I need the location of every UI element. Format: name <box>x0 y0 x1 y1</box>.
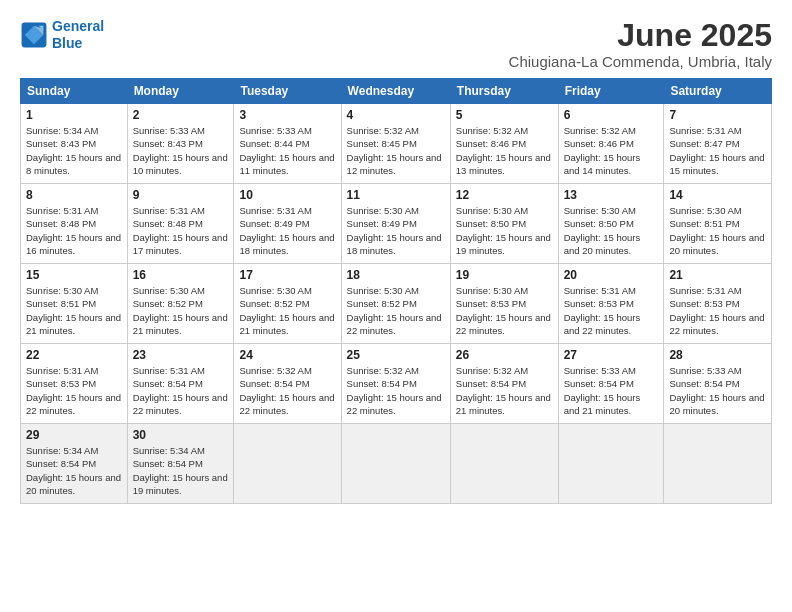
day-info: Sunrise: 5:32 AMSunset: 8:45 PMDaylight:… <box>347 124 445 177</box>
week-row: 8Sunrise: 5:31 AMSunset: 8:48 PMDaylight… <box>21 184 772 264</box>
day-number: 24 <box>239 348 335 362</box>
day-number: 8 <box>26 188 122 202</box>
day-number: 9 <box>133 188 229 202</box>
day-number: 11 <box>347 188 445 202</box>
day-info: Sunrise: 5:30 AMSunset: 8:50 PMDaylight:… <box>564 204 659 257</box>
day-info: Sunrise: 5:31 AMSunset: 8:54 PMDaylight:… <box>133 364 229 417</box>
day-number: 25 <box>347 348 445 362</box>
table-row: 24Sunrise: 5:32 AMSunset: 8:54 PMDayligh… <box>234 344 341 424</box>
day-number: 19 <box>456 268 553 282</box>
header: General Blue June 2025 Chiugiana-La Comm… <box>20 18 772 70</box>
day-number: 1 <box>26 108 122 122</box>
col-monday: Monday <box>127 79 234 104</box>
day-info: Sunrise: 5:34 AMSunset: 8:43 PMDaylight:… <box>26 124 122 177</box>
day-number: 3 <box>239 108 335 122</box>
day-info: Sunrise: 5:30 AMSunset: 8:51 PMDaylight:… <box>26 284 122 337</box>
table-row: 9Sunrise: 5:31 AMSunset: 8:48 PMDaylight… <box>127 184 234 264</box>
day-info: Sunrise: 5:33 AMSunset: 8:54 PMDaylight:… <box>564 364 659 417</box>
day-info: Sunrise: 5:30 AMSunset: 8:53 PMDaylight:… <box>456 284 553 337</box>
day-number: 14 <box>669 188 766 202</box>
table-row: 28Sunrise: 5:33 AMSunset: 8:54 PMDayligh… <box>664 344 772 424</box>
table-row <box>664 424 772 504</box>
day-info: Sunrise: 5:34 AMSunset: 8:54 PMDaylight:… <box>26 444 122 497</box>
day-number: 5 <box>456 108 553 122</box>
calendar-page: General Blue June 2025 Chiugiana-La Comm… <box>0 0 792 612</box>
day-number: 30 <box>133 428 229 442</box>
table-row: 29Sunrise: 5:34 AMSunset: 8:54 PMDayligh… <box>21 424 128 504</box>
day-number: 22 <box>26 348 122 362</box>
calendar-subtitle: Chiugiana-La Commenda, Umbria, Italy <box>509 53 772 70</box>
table-row: 27Sunrise: 5:33 AMSunset: 8:54 PMDayligh… <box>558 344 664 424</box>
table-row <box>558 424 664 504</box>
day-info: Sunrise: 5:31 AMSunset: 8:53 PMDaylight:… <box>669 284 766 337</box>
day-number: 17 <box>239 268 335 282</box>
day-number: 7 <box>669 108 766 122</box>
day-number: 13 <box>564 188 659 202</box>
day-number: 27 <box>564 348 659 362</box>
day-number: 21 <box>669 268 766 282</box>
day-info: Sunrise: 5:31 AMSunset: 8:49 PMDaylight:… <box>239 204 335 257</box>
col-thursday: Thursday <box>450 79 558 104</box>
table-row: 17Sunrise: 5:30 AMSunset: 8:52 PMDayligh… <box>234 264 341 344</box>
table-row <box>234 424 341 504</box>
table-row: 6Sunrise: 5:32 AMSunset: 8:46 PMDaylight… <box>558 104 664 184</box>
col-friday: Friday <box>558 79 664 104</box>
day-number: 4 <box>347 108 445 122</box>
table-row: 30Sunrise: 5:34 AMSunset: 8:54 PMDayligh… <box>127 424 234 504</box>
table-row <box>341 424 450 504</box>
table-row: 19Sunrise: 5:30 AMSunset: 8:53 PMDayligh… <box>450 264 558 344</box>
day-info: Sunrise: 5:32 AMSunset: 8:46 PMDaylight:… <box>456 124 553 177</box>
table-row: 5Sunrise: 5:32 AMSunset: 8:46 PMDaylight… <box>450 104 558 184</box>
col-sunday: Sunday <box>21 79 128 104</box>
table-row: 4Sunrise: 5:32 AMSunset: 8:45 PMDaylight… <box>341 104 450 184</box>
day-info: Sunrise: 5:33 AMSunset: 8:54 PMDaylight:… <box>669 364 766 417</box>
table-row: 20Sunrise: 5:31 AMSunset: 8:53 PMDayligh… <box>558 264 664 344</box>
day-number: 16 <box>133 268 229 282</box>
week-row: 1Sunrise: 5:34 AMSunset: 8:43 PMDaylight… <box>21 104 772 184</box>
day-number: 26 <box>456 348 553 362</box>
logo: General Blue <box>20 18 104 52</box>
day-number: 20 <box>564 268 659 282</box>
table-row: 14Sunrise: 5:30 AMSunset: 8:51 PMDayligh… <box>664 184 772 264</box>
logo-text: General Blue <box>52 18 104 52</box>
table-row: 13Sunrise: 5:30 AMSunset: 8:50 PMDayligh… <box>558 184 664 264</box>
table-row: 11Sunrise: 5:30 AMSunset: 8:49 PMDayligh… <box>341 184 450 264</box>
day-info: Sunrise: 5:30 AMSunset: 8:49 PMDaylight:… <box>347 204 445 257</box>
day-number: 15 <box>26 268 122 282</box>
table-row: 22Sunrise: 5:31 AMSunset: 8:53 PMDayligh… <box>21 344 128 424</box>
day-info: Sunrise: 5:31 AMSunset: 8:53 PMDaylight:… <box>26 364 122 417</box>
table-row: 25Sunrise: 5:32 AMSunset: 8:54 PMDayligh… <box>341 344 450 424</box>
calendar-table: Sunday Monday Tuesday Wednesday Thursday… <box>20 78 772 504</box>
day-info: Sunrise: 5:30 AMSunset: 8:50 PMDaylight:… <box>456 204 553 257</box>
day-info: Sunrise: 5:30 AMSunset: 8:52 PMDaylight:… <box>347 284 445 337</box>
day-info: Sunrise: 5:34 AMSunset: 8:54 PMDaylight:… <box>133 444 229 497</box>
day-info: Sunrise: 5:32 AMSunset: 8:54 PMDaylight:… <box>347 364 445 417</box>
day-number: 6 <box>564 108 659 122</box>
day-info: Sunrise: 5:32 AMSunset: 8:46 PMDaylight:… <box>564 124 659 177</box>
day-number: 23 <box>133 348 229 362</box>
day-number: 10 <box>239 188 335 202</box>
col-tuesday: Tuesday <box>234 79 341 104</box>
table-row <box>450 424 558 504</box>
day-info: Sunrise: 5:31 AMSunset: 8:48 PMDaylight:… <box>133 204 229 257</box>
day-number: 18 <box>347 268 445 282</box>
day-info: Sunrise: 5:32 AMSunset: 8:54 PMDaylight:… <box>239 364 335 417</box>
day-info: Sunrise: 5:33 AMSunset: 8:44 PMDaylight:… <box>239 124 335 177</box>
day-info: Sunrise: 5:33 AMSunset: 8:43 PMDaylight:… <box>133 124 229 177</box>
day-number: 12 <box>456 188 553 202</box>
table-row: 15Sunrise: 5:30 AMSunset: 8:51 PMDayligh… <box>21 264 128 344</box>
table-row: 1Sunrise: 5:34 AMSunset: 8:43 PMDaylight… <box>21 104 128 184</box>
week-row: 15Sunrise: 5:30 AMSunset: 8:51 PMDayligh… <box>21 264 772 344</box>
table-row: 26Sunrise: 5:32 AMSunset: 8:54 PMDayligh… <box>450 344 558 424</box>
table-row: 21Sunrise: 5:31 AMSunset: 8:53 PMDayligh… <box>664 264 772 344</box>
day-info: Sunrise: 5:30 AMSunset: 8:51 PMDaylight:… <box>669 204 766 257</box>
title-block: June 2025 Chiugiana-La Commenda, Umbria,… <box>509 18 772 70</box>
table-row: 12Sunrise: 5:30 AMSunset: 8:50 PMDayligh… <box>450 184 558 264</box>
table-row: 2Sunrise: 5:33 AMSunset: 8:43 PMDaylight… <box>127 104 234 184</box>
table-row: 8Sunrise: 5:31 AMSunset: 8:48 PMDaylight… <box>21 184 128 264</box>
day-number: 2 <box>133 108 229 122</box>
logo-line1: General <box>52 18 104 34</box>
logo-icon <box>20 21 48 49</box>
day-info: Sunrise: 5:30 AMSunset: 8:52 PMDaylight:… <box>133 284 229 337</box>
logo-line2: Blue <box>52 35 82 51</box>
